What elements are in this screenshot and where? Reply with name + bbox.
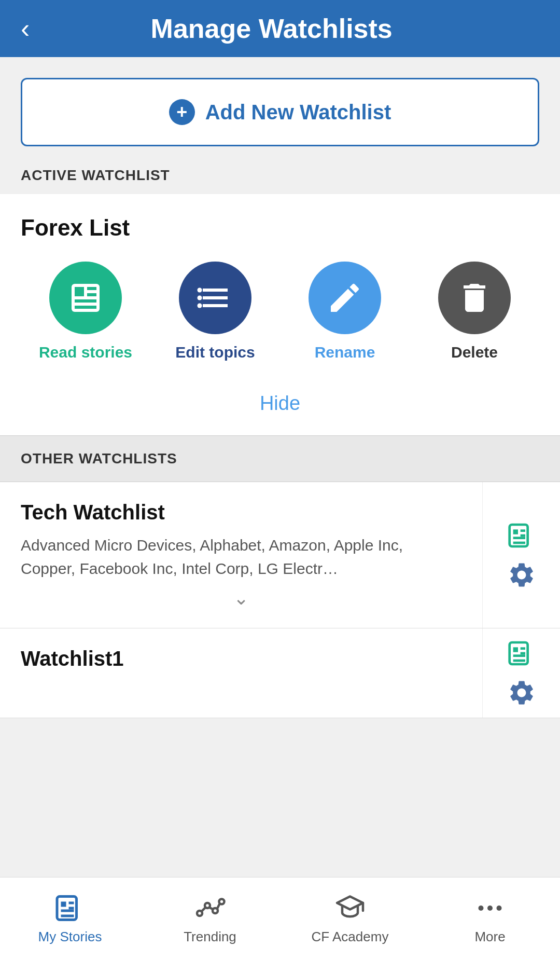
- rename-icon-circle: [309, 262, 381, 334]
- read-stories-action[interactable]: Read stories: [21, 262, 150, 361]
- tech-watchlist-actions: [482, 482, 560, 628]
- active-watchlist-name: Forex List: [21, 215, 539, 241]
- svg-rect-4: [75, 299, 96, 303]
- svg-point-9: [198, 288, 202, 293]
- other-section-label: OTHER WATCHLISTS: [21, 450, 177, 467]
- bottom-navigation: My Stories Trending CF Academy More: [0, 877, 560, 960]
- back-button[interactable]: ‹: [21, 15, 30, 42]
- svg-point-31: [205, 903, 210, 908]
- svg-rect-15: [520, 534, 525, 537]
- svg-rect-25: [61, 902, 66, 907]
- watchlist1-settings-icon[interactable]: [507, 678, 536, 707]
- other-watchlists-section-label: OTHER WATCHLISTS: [0, 435, 560, 482]
- hide-button[interactable]: Hide: [21, 377, 539, 435]
- page-title: Manage Watchlists: [45, 13, 498, 44]
- nav-trending[interactable]: Trending: [140, 877, 280, 960]
- watchlist1-name: Watchlist1: [21, 647, 461, 670]
- svg-rect-14: [520, 529, 525, 532]
- active-watchlist-card: Forex List Read stories: [0, 194, 560, 435]
- cf-academy-nav-icon: [334, 893, 366, 924]
- nav-more[interactable]: More: [420, 877, 560, 960]
- rename-action[interactable]: Rename: [280, 262, 410, 361]
- list-icon: [197, 279, 234, 317]
- svg-rect-7: [203, 296, 228, 299]
- rename-label: Rename: [315, 344, 375, 361]
- trending-nav-icon: [194, 893, 226, 924]
- svg-rect-22: [513, 654, 525, 657]
- svg-rect-6: [203, 289, 228, 292]
- expand-chevron-icon[interactable]: ⌄: [21, 587, 461, 609]
- svg-rect-26: [69, 902, 74, 904]
- svg-rect-2: [87, 287, 96, 290]
- svg-rect-27: [69, 907, 74, 910]
- tech-watchlist-items: Advanced Micro Devices, Alphabet, Amazon…: [21, 533, 461, 580]
- tech-watchlist-row: Tech Watchlist Advanced Micro Devices, A…: [0, 482, 560, 628]
- svg-rect-19: [513, 647, 517, 652]
- watchlist1-stories-icon[interactable]: [507, 639, 536, 668]
- svg-rect-1: [75, 287, 84, 296]
- tech-watchlist-left: Tech Watchlist Advanced Micro Devices, A…: [0, 482, 482, 628]
- svg-rect-5: [75, 306, 96, 309]
- tech-watchlist-name: Tech Watchlist: [21, 501, 461, 524]
- active-watchlist-section-label: ACTIVE WATCHLIST: [21, 167, 539, 194]
- cf-academy-nav-label: CF Academy: [312, 929, 389, 945]
- svg-point-40: [497, 906, 502, 911]
- read-stories-label: Read stories: [39, 344, 132, 361]
- svg-point-38: [479, 906, 484, 911]
- read-stories-icon-circle: [49, 262, 122, 334]
- delete-label: Delete: [451, 344, 498, 361]
- svg-point-39: [487, 906, 493, 911]
- svg-rect-29: [61, 915, 74, 917]
- tech-watchlist-stories-icon[interactable]: [507, 521, 536, 550]
- svg-point-11: [198, 304, 202, 308]
- edit-topics-action[interactable]: Edit topics: [150, 262, 280, 361]
- main-content: + Add New Watchlist ACTIVE WATCHLIST For…: [0, 57, 560, 806]
- svg-rect-3: [87, 293, 96, 296]
- pencil-icon: [326, 279, 363, 317]
- my-stories-nav-label: My Stories: [38, 929, 102, 945]
- trash-icon: [456, 279, 493, 317]
- watchlist1-actions: [482, 628, 560, 718]
- trending-nav-label: Trending: [184, 929, 236, 945]
- watchlist1-left: Watchlist1: [0, 628, 482, 718]
- tech-watchlist-settings-icon[interactable]: [507, 560, 536, 589]
- delete-icon-circle: [438, 262, 511, 334]
- app-header: ‹ Manage Watchlists: [0, 0, 560, 57]
- svg-rect-21: [520, 652, 525, 655]
- svg-rect-17: [513, 541, 525, 544]
- edit-topics-icon-circle: [179, 262, 251, 334]
- svg-line-34: [202, 908, 206, 912]
- plus-icon: +: [169, 99, 195, 125]
- edit-topics-label: Edit topics: [175, 344, 255, 361]
- svg-rect-16: [513, 537, 525, 539]
- nav-cf-academy[interactable]: CF Academy: [280, 877, 420, 960]
- add-watchlist-label: Add New Watchlist: [205, 101, 391, 124]
- add-watchlist-button[interactable]: + Add New Watchlist: [21, 78, 539, 146]
- newspaper-icon: [67, 279, 104, 317]
- svg-line-35: [209, 908, 214, 910]
- nav-my-stories[interactable]: My Stories: [0, 877, 140, 960]
- watchlist1-row: Watchlist1: [0, 628, 560, 718]
- svg-rect-8: [203, 304, 228, 307]
- more-nav-icon: [474, 893, 506, 924]
- more-nav-label: More: [474, 929, 505, 945]
- svg-point-10: [198, 296, 202, 300]
- svg-point-30: [197, 911, 202, 916]
- svg-rect-23: [513, 660, 525, 662]
- svg-rect-28: [61, 910, 74, 912]
- svg-point-33: [219, 899, 225, 904]
- delete-action[interactable]: Delete: [410, 262, 539, 361]
- actions-row: Read stories Edit topics: [21, 262, 539, 361]
- my-stories-nav-icon: [54, 893, 86, 924]
- hide-label: Hide: [260, 392, 300, 415]
- svg-rect-20: [520, 647, 525, 650]
- svg-line-36: [217, 903, 220, 909]
- svg-rect-13: [513, 529, 517, 534]
